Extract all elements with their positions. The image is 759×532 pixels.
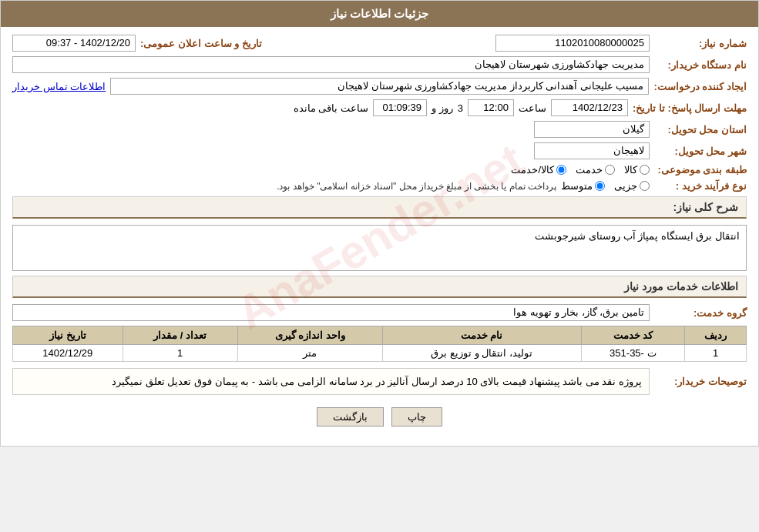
radio-motavasset[interactable] — [595, 181, 605, 191]
purchase-type-label: نوع فرآیند خرید : — [654, 180, 747, 192]
cell-row-0: 1 — [685, 345, 747, 362]
radio-kala-label: کالا — [624, 164, 637, 176]
radio-kala-khedmat-label: کالا/خدمت — [511, 164, 554, 176]
days-label: 3 — [458, 102, 463, 114]
number-value: 1102010080000025 — [495, 35, 650, 52]
page-wrapper: جزئیات اطلاعات نیاز AnaFender.net شماره … — [0, 0, 759, 447]
buyer-notes-container: پروژه نقد می باشد پیشنهاد قیمت بالای 10 … — [12, 368, 650, 395]
col-row: ردیف — [685, 326, 747, 345]
creator-value: مسیب علیجانی آهندانی کاربرداز مدیریت جها… — [110, 78, 649, 95]
buyer-notes-row: توصیحات خریدار: پروژه نقد می باشد پیشنها… — [12, 368, 747, 395]
service-group-value: تامین برق، گاز، بخار و تهویه هوا — [12, 304, 650, 321]
content-area: AnaFender.net شماره نیاز: 11020100800000… — [1, 27, 758, 446]
purchase-type-row: نوع فرآیند خرید : جزیی متوسط پرداخت تمام… — [12, 180, 747, 192]
purchase-option-jozi: جزیی — [614, 180, 650, 192]
description-row: انتقال برق ایستگاه پمپاژ آب روستای شیرجو… — [12, 225, 747, 271]
creator-label: ایجاد کننده درخواست: — [653, 81, 747, 92]
radio-kala-khedmat[interactable] — [556, 165, 566, 175]
city-value: لاهیجان — [534, 142, 650, 159]
cell-name-0: تولید، انتقال و توزیع برق — [382, 345, 581, 362]
services-section-title: اطلاعات خدمات مورد نیاز — [12, 276, 747, 298]
description-section-title: شرح کلی نیاز: — [12, 196, 747, 219]
category-option-khedmat: خدمت — [576, 164, 615, 176]
deadline-time: 12:00 — [468, 99, 514, 116]
radio-jozi-label: جزیی — [614, 180, 637, 192]
province-row: استان محل تحویل: گیلان — [12, 121, 747, 138]
province-value: گیلان — [534, 121, 650, 138]
service-group-label: گروه خدمت: — [654, 307, 747, 319]
city-label: شهر محل تحویل: — [654, 146, 747, 157]
purchase-option-motavasset: متوسط — [561, 180, 605, 192]
page-header: جزئیات اطلاعات نیاز — [1, 1, 758, 27]
buyer-label: نام دستگاه خریدار: — [654, 59, 747, 71]
remaining-label: ساعت باقی مانده — [294, 102, 368, 114]
radio-khedmat[interactable] — [605, 165, 615, 175]
contact-link[interactable]: اطلاعات تماس خریدار — [12, 81, 106, 92]
col-unit: واحد اندازه گیری — [237, 326, 382, 345]
number-row: شماره نیاز: 1102010080000025 تاریخ و ساع… — [12, 35, 747, 52]
category-option-kala-khedmat: کالا/خدمت — [511, 164, 566, 176]
col-qty: تعداد / مقدار — [123, 326, 237, 345]
buyer-notes-label: توصیحات خریدار: — [654, 376, 747, 387]
date-value: 1402/12/20 - 09:37 — [12, 35, 136, 52]
buyer-notes-value: پروژه نقد می باشد پیشنهاد قیمت بالای 10 … — [17, 373, 645, 390]
col-date: تاریخ نیاز — [13, 326, 123, 345]
radio-jozi[interactable] — [640, 181, 650, 191]
service-group-row: گروه خدمت: تامین برق، گاز، بخار و تهویه … — [12, 304, 747, 321]
deadline-date: 1402/12/23 — [551, 99, 628, 116]
cell-unit-0: متر — [237, 345, 382, 362]
radio-motavasset-label: متوسط — [561, 180, 593, 192]
col-name: نام خدمت — [382, 326, 581, 345]
deadline-remaining: 01:09:39 — [373, 99, 427, 116]
date-label: تاریخ و ساعت اعلان عمومی: — [140, 38, 262, 49]
time-label: ساعت — [519, 102, 546, 114]
purchase-description: پرداخت تمام یا بخشی از مبلغ خریداز محل "… — [12, 181, 556, 192]
cell-qty-0: 1 — [123, 345, 237, 362]
category-row: طبقه بندی موضوعی: کالا خدمت کالا/خدمت — [12, 164, 747, 176]
buyer-value: مدیریت جهادکشاورزی شهرستان لاهیجان — [12, 56, 650, 73]
description-value: انتقال برق ایستگاه پمپاژ آب روستای شیرجو… — [12, 225, 747, 271]
buyer-row: نام دستگاه خریدار: مدیریت جهادکشاورزی شه… — [12, 56, 747, 73]
radio-kala[interactable] — [640, 165, 650, 175]
number-label: شماره نیاز: — [654, 38, 747, 49]
page-title: جزئیات اطلاعات نیاز — [331, 7, 428, 20]
table-row: 1 ت -35-351 تولید، انتقال و توزیع برق مت… — [13, 345, 747, 362]
category-radio-group: کالا خدمت کالا/خدمت — [511, 164, 650, 176]
footer-buttons: چاپ بازگشت — [12, 400, 747, 438]
radio-khedmat-label: خدمت — [576, 164, 603, 176]
deadline-label: مهلت ارسال پاسخ: تا تاریخ: — [633, 102, 747, 114]
cell-code-0: ت -35-351 — [581, 345, 685, 362]
creator-row: ایجاد کننده درخواست: مسیب علیجانی آهندان… — [12, 78, 747, 95]
category-option-kala: کالا — [624, 164, 650, 176]
days-text: روز و — [432, 102, 453, 114]
deadline-row: مهلت ارسال پاسخ: تا تاریخ: 1402/12/23 سا… — [12, 99, 747, 116]
cell-date-0: 1402/12/29 — [13, 345, 123, 362]
col-code: کد خدمت — [581, 326, 685, 345]
description-label: شرح کلی نیاز: — [673, 201, 738, 213]
services-table: ردیف کد خدمت نام خدمت واحد اندازه گیری ت… — [12, 326, 747, 362]
print-button[interactable]: چاپ — [391, 407, 442, 427]
province-label: استان محل تحویل: — [654, 124, 747, 136]
purchase-radio-group: جزیی متوسط — [561, 180, 650, 192]
back-button[interactable]: بازگشت — [317, 407, 384, 427]
city-row: شهر محل تحویل: لاهیجان — [12, 142, 747, 159]
category-label: طبقه بندی موضوعی: — [654, 164, 747, 176]
